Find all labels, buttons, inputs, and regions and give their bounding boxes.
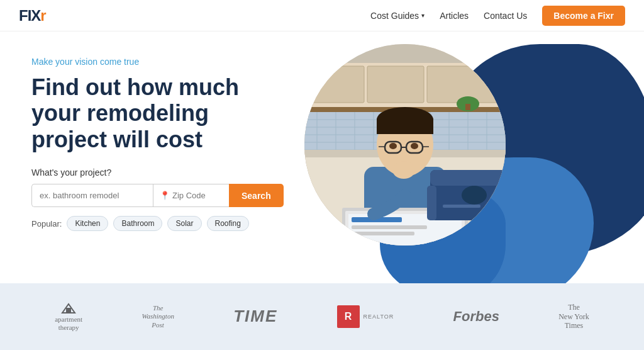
svg-rect-50 <box>427 186 436 220</box>
svg-rect-2 <box>308 66 364 103</box>
svg-rect-33 <box>377 118 433 134</box>
brand-realtor: R REALTOR <box>337 305 394 328</box>
brand-forbes: Forbes <box>453 308 499 325</box>
hero-heading: Find out how much your remodeling projec… <box>31 74 277 152</box>
nyt-label: TheNew YorkTimes <box>558 303 589 330</box>
popular-row: Popular: Kitchen Bathroom Solar Roofing <box>31 216 277 231</box>
svg-point-40 <box>411 143 418 149</box>
tag-kitchen[interactable]: Kitchen <box>67 216 108 231</box>
brand-time: TIME <box>233 307 277 326</box>
brand-washington-post: TheWashingtonPost <box>142 304 174 329</box>
hero-content: Make your vision come true Find out how … <box>0 31 302 283</box>
hero-image-svg <box>304 44 506 246</box>
logo[interactable]: FIXr <box>19 7 46 25</box>
brand-nyt: TheNew YorkTimes <box>558 303 589 330</box>
zip-input[interactable] <box>172 191 223 200</box>
logo-accent: r <box>40 7 45 24</box>
svg-rect-3 <box>367 66 424 103</box>
svg-point-47 <box>392 161 415 179</box>
hero-section: Make your vision come true Find out how … <box>0 31 644 283</box>
svg-rect-46 <box>352 232 414 235</box>
dropdown-arrow: ▾ <box>421 12 425 19</box>
tag-roofing[interactable]: Roofing <box>207 216 249 231</box>
svg-point-39 <box>389 143 397 149</box>
nav-cost-guides[interactable]: Cost Guides ▾ <box>370 11 425 21</box>
hero-photo <box>304 44 506 246</box>
popular-label: Popular: <box>31 219 62 229</box>
heading-line3: project will cost <box>31 127 203 152</box>
become-fixr-button[interactable]: Become a Fixr <box>542 6 625 26</box>
svg-rect-52 <box>443 205 480 208</box>
forbes-label: Forbes <box>453 308 499 325</box>
time-label: TIME <box>233 307 277 326</box>
wapo-label: TheWashingtonPost <box>142 304 174 329</box>
heading-line1: Find out how much <box>31 74 239 100</box>
brands-strip: apartmenttherapy TheWashingtonPost TIME … <box>0 283 644 350</box>
svg-rect-54 <box>66 308 71 313</box>
nav-articles[interactable]: Articles <box>440 11 469 21</box>
tag-bathroom[interactable]: Bathroom <box>113 216 162 231</box>
tag-solar[interactable]: Solar <box>167 216 201 231</box>
apt-label: apartmenttherapy <box>55 315 82 332</box>
svg-point-53 <box>462 186 487 205</box>
realtor-label: REALTOR <box>364 313 394 320</box>
cost-guides-label: Cost Guides <box>370 11 419 21</box>
apt-icon <box>59 302 78 314</box>
heading-line2: your remodeling <box>31 100 209 126</box>
nav-contact-us[interactable]: Contact Us <box>484 11 527 21</box>
hero-tagline: Make your vision come true <box>31 57 277 67</box>
search-bar: 📍 Search <box>31 184 258 207</box>
realtor-box: R <box>337 305 360 328</box>
zip-input-wrap: 📍 <box>153 184 229 207</box>
svg-rect-45 <box>352 225 427 229</box>
brand-apartment-therapy: apartmenttherapy <box>55 302 82 332</box>
svg-rect-7 <box>465 104 470 110</box>
svg-rect-49 <box>430 170 506 186</box>
nav-links: Cost Guides ▾ Articles Contact Us Become… <box>370 6 625 26</box>
search-input[interactable] <box>31 184 153 207</box>
location-icon: 📍 <box>160 191 170 200</box>
hero-visual <box>279 31 644 283</box>
navbar: FIXr Cost Guides ▾ Articles Contact Us B… <box>0 0 644 31</box>
search-button[interactable]: Search <box>229 184 284 207</box>
project-question: What's your project? <box>31 167 277 178</box>
